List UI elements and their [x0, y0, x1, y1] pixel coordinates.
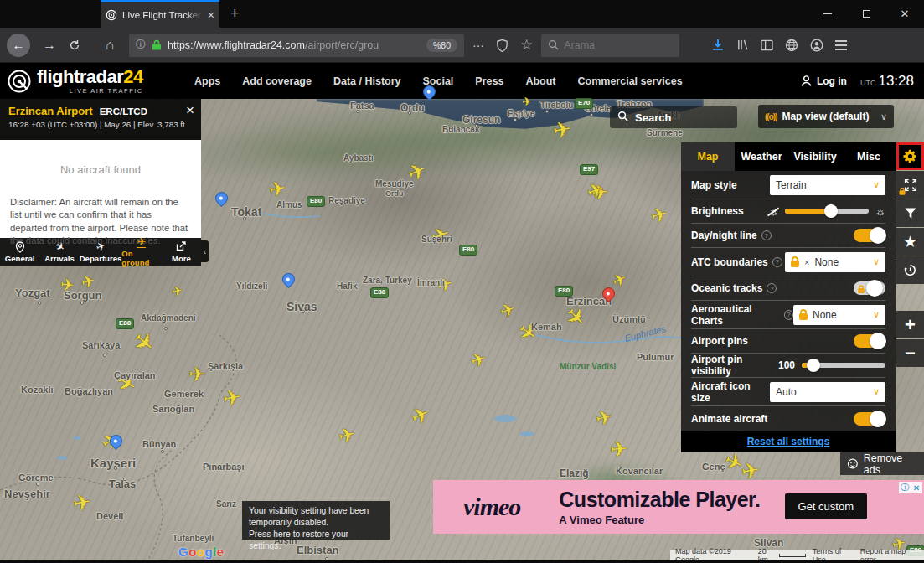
- tab-visibility[interactable]: Visibility: [788, 142, 842, 171]
- bookmark-star-icon[interactable]: ☆: [520, 36, 533, 54]
- account-icon[interactable]: [810, 39, 823, 52]
- nav-press[interactable]: Press: [475, 75, 503, 87]
- window-controls: ✕: [808, 0, 924, 28]
- ad-close-icon[interactable]: ✕: [911, 482, 922, 493]
- setting-day-night: Day/night line?: [691, 224, 885, 248]
- pin-outline-icon: [15, 241, 25, 253]
- fullscreen-icon: [904, 178, 917, 192]
- library-icon[interactable]: [736, 39, 749, 51]
- new-tab-button[interactable]: +: [230, 5, 240, 23]
- page-info-icon[interactable]: ⓘ: [136, 38, 146, 52]
- help-icon[interactable]: ?: [761, 230, 772, 240]
- notice-line: Your visibility setting have been: [249, 505, 383, 517]
- map-view-selector[interactable]: ((o)) Map view (default) ∨: [758, 105, 894, 128]
- map-search-box[interactable]: Search: [610, 106, 737, 128]
- tab-general[interactable]: General: [0, 238, 39, 266]
- brand-text: flightradar: [37, 66, 123, 87]
- select-value: None: [814, 256, 868, 268]
- setting-label: Airport pins: [691, 335, 854, 347]
- remove-ads-label: Remove ads: [864, 452, 917, 476]
- settings-body: Map style Terrain ∨ Brightness ☼ ☼ Day/n…: [681, 171, 896, 431]
- clear-icon[interactable]: ×: [804, 257, 809, 267]
- setting-label: Map style: [691, 179, 770, 191]
- fr24-logo[interactable]: flightradar24 LIVE AIR TRAFFIC: [0, 68, 194, 95]
- atc-boundaries-select[interactable]: × None ∨: [785, 252, 885, 272]
- chevron-down-icon: ∨: [873, 309, 880, 320]
- browser-toolbar: ← → ⌂ ⓘ https://www.flightradar24.com/ai…: [0, 28, 924, 63]
- ad-cta-button[interactable]: Get custom: [785, 493, 867, 519]
- reset-settings-link[interactable]: Reset all settings: [747, 436, 830, 447]
- playback-button[interactable]: [896, 256, 924, 284]
- tab-misc[interactable]: Misc: [842, 142, 896, 171]
- chevron-down-icon: ∨: [880, 111, 887, 122]
- ad-banner[interactable]: vimeo Customizable Player. A Vimeo Featu…: [433, 480, 924, 534]
- adchoices-icon[interactable]: ⓘ: [899, 482, 911, 493]
- window-maximize-button[interactable]: [847, 0, 885, 28]
- bookmarks-button[interactable]: ★: [896, 228, 924, 256]
- day-night-toggle[interactable]: [854, 229, 885, 242]
- menu-hamburger-icon[interactable]: [835, 44, 847, 46]
- zoom-in-button[interactable]: +: [896, 311, 924, 338]
- help-icon[interactable]: ?: [772, 257, 782, 267]
- tab-weather[interactable]: Weather: [735, 142, 788, 171]
- search-bar[interactable]: [541, 34, 679, 57]
- visibility-notice-tooltip[interactable]: Your visibility setting have been tempor…: [242, 501, 390, 540]
- tab-departures[interactable]: ✈ Departures: [80, 238, 122, 266]
- tab-more[interactable]: More: [162, 238, 201, 266]
- nav-data-history[interactable]: Data / History: [333, 75, 401, 87]
- airport-panel-tabs: General ✈ Arrivals ✈ Departures ✈ On gro…: [0, 238, 201, 266]
- url-bar[interactable]: ⓘ https://www.flightradar24.com/airport/…: [129, 34, 464, 57]
- zoom-out-button[interactable]: −: [896, 339, 924, 367]
- nav-apps[interactable]: Apps: [194, 75, 220, 87]
- page-actions-icon[interactable]: ···: [472, 39, 484, 52]
- setting-map-style: Map style Terrain ∨: [691, 171, 885, 199]
- nav-commercial[interactable]: Commercial services: [578, 75, 683, 87]
- remove-ads-button[interactable]: Remove ads: [840, 452, 924, 475]
- panel-collapse-handle[interactable]: ‹: [201, 240, 209, 262]
- map-style-select[interactable]: Terrain ∨: [770, 175, 885, 195]
- tab-favicon-radar-icon: [106, 9, 117, 21]
- aero-charts-select[interactable]: None ∨: [793, 305, 885, 325]
- airport-pins-toggle[interactable]: [854, 334, 885, 348]
- nav-about[interactable]: About: [525, 75, 555, 87]
- lock-icon: [900, 190, 906, 195]
- on-ground-plane-icon: ✈: [137, 236, 147, 248]
- window-close-button[interactable]: ✕: [885, 0, 924, 28]
- sidebar-icon[interactable]: [761, 39, 773, 51]
- tab-on-ground[interactable]: ✈ On ground: [121, 238, 161, 266]
- tab-close-icon[interactable]: ×: [208, 8, 214, 22]
- select-value: Terrain: [776, 179, 868, 191]
- reload-button[interactable]: [69, 39, 90, 51]
- login-button[interactable]: Log in: [800, 75, 847, 87]
- tab-label: Arrivals: [44, 254, 75, 263]
- filters-button[interactable]: [896, 199, 924, 227]
- pin-visibility-slider[interactable]: [802, 363, 885, 368]
- oceanic-tracks-toggle[interactable]: [854, 282, 885, 295]
- panel-close-icon[interactable]: ×: [186, 102, 194, 119]
- settings-gear-button[interactable]: [896, 142, 924, 170]
- tab-label: General: [5, 254, 35, 263]
- home-button[interactable]: ⌂: [99, 38, 121, 53]
- animate-aircraft-toggle[interactable]: [854, 412, 885, 426]
- page-zoom-badge[interactable]: %80: [426, 39, 457, 52]
- globe-icon[interactable]: [785, 39, 798, 52]
- forward-button[interactable]: →: [39, 38, 60, 53]
- fullscreen-button[interactable]: [896, 171, 924, 199]
- icon-size-select[interactable]: Auto ∨: [770, 382, 885, 402]
- window-minimize-button[interactable]: [808, 0, 847, 28]
- download-icon[interactable]: [711, 39, 725, 52]
- tracking-shield-icon[interactable]: [496, 39, 508, 52]
- help-icon[interactable]: ?: [767, 283, 777, 293]
- brightness-slider[interactable]: [785, 209, 869, 214]
- airport-code: ERC/LTCD: [100, 106, 147, 116]
- tab-arrivals[interactable]: ✈ Arrivals: [39, 238, 79, 266]
- setting-label: Aeronautical Charts: [691, 303, 780, 327]
- tab-map[interactable]: Map: [681, 142, 735, 171]
- browser-tab[interactable]: Live Flight Tracker - Real-Time ×: [101, 0, 219, 28]
- nav-social[interactable]: Social: [423, 75, 454, 87]
- arrivals-plane-icon: ✈: [53, 240, 67, 255]
- nav-add-coverage[interactable]: Add coverage: [242, 75, 312, 87]
- help-icon[interactable]: ?: [784, 310, 793, 320]
- back-button[interactable]: ←: [7, 34, 30, 57]
- search-input[interactable]: [564, 39, 656, 51]
